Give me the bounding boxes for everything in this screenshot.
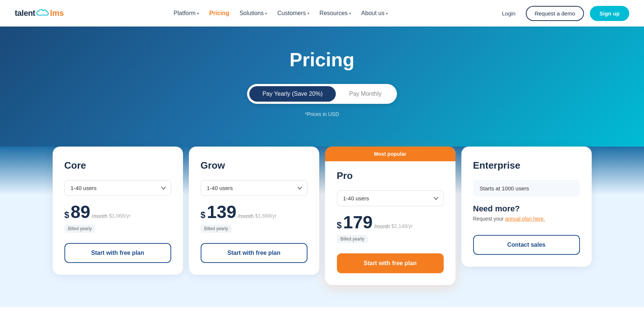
page-title: Pricing <box>15 49 629 71</box>
price-dollar-pro: $ <box>337 220 342 231</box>
price-amount-pro: 179 <box>343 214 373 231</box>
contact-sales-button[interactable]: Contact sales <box>473 235 580 255</box>
price-dollar-grow: $ <box>201 210 205 220</box>
hero-section: Pricing Pay Yearly (Save 20%) Pay Monthl… <box>0 27 644 147</box>
nav-links: Platform ▾ Pricing Solutions ▾ Customers… <box>174 10 388 17</box>
price-dollar-core: $ <box>64 210 69 220</box>
chevron-down-icon: ▾ <box>265 11 267 15</box>
chevron-down-icon: ▾ <box>197 11 199 15</box>
need-more-heading: Need more? <box>473 204 580 214</box>
billed-badge-core: Billed yearly <box>64 225 96 233</box>
price-amount-core: 89 <box>71 203 90 221</box>
plan-name-core: Core <box>64 160 171 171</box>
toggle-monthly-button[interactable]: Pay Monthly <box>336 86 395 102</box>
price-period-pro: /month <box>374 224 390 229</box>
price-row-core: $ 89 /month $1,068/yr <box>64 203 171 221</box>
logo-lms: lms <box>50 8 64 18</box>
nav-solutions[interactable]: Solutions ▾ <box>239 10 267 17</box>
nav-about[interactable]: About us ▾ <box>361 10 388 17</box>
logo-cloud-icon <box>36 8 49 18</box>
billed-badge-grow: Billed yearly <box>201 225 232 233</box>
price-period-core: /month <box>92 213 108 219</box>
price-amount-grow: 139 <box>207 203 236 221</box>
nav-platform[interactable]: Platform ▾ <box>174 10 199 17</box>
plan-name-enterprise: Enterprise <box>473 160 580 171</box>
login-button[interactable]: Login <box>497 7 520 20</box>
pricing-section: Core 1-40 users $ 89 /month $1,068/yr Bi… <box>0 147 644 307</box>
user-select-core[interactable]: 1-40 users <box>64 180 171 196</box>
navbar: talent lms Platform ▾ Pricing Solutions … <box>0 0 644 27</box>
enterprise-users-label: Starts at 1000 users <box>473 180 580 197</box>
plan-enterprise: Enterprise Starts at 1000 users Need mor… <box>461 147 592 267</box>
nav-resources[interactable]: Resources ▾ <box>320 10 351 17</box>
logo-talent: talent <box>15 8 35 18</box>
plan-core: Core 1-40 users $ 89 /month $1,068/yr Bi… <box>53 147 183 275</box>
signup-button[interactable]: Sign up <box>590 6 629 21</box>
user-select-pro[interactable]: 1-40 users <box>337 190 444 206</box>
price-row-pro: $ 179 /month $2,148/yr <box>337 214 444 231</box>
plan-pro: Most popular Pro 1-40 users $ 179 /month… <box>325 147 455 285</box>
start-free-core-button[interactable]: Start with free plan <box>64 243 171 263</box>
price-period-grow: /month <box>238 213 254 219</box>
logo[interactable]: talent lms <box>15 8 64 18</box>
nav-customers[interactable]: Customers ▾ <box>277 10 309 17</box>
billing-toggle: Pay Yearly (Save 20%) Pay Monthly <box>247 84 397 104</box>
price-row-grow: $ 139 /month $1,668/yr <box>201 203 307 221</box>
plan-name-pro: Pro <box>337 170 444 182</box>
user-select-grow[interactable]: 1-40 users <box>201 180 307 196</box>
start-free-pro-button[interactable]: Start with free plan <box>337 253 444 273</box>
price-yearly-pro: $2,148/yr <box>391 223 413 231</box>
toggle-yearly-button[interactable]: Pay Yearly (Save 20%) <box>249 86 336 102</box>
nav-actions: Login Request a demo Sign up <box>497 6 629 21</box>
chevron-down-icon: ▾ <box>386 11 388 15</box>
annual-plan-link[interactable]: annual plan here. <box>505 216 545 222</box>
need-more-sub: Request your annual plan here. <box>473 216 580 222</box>
plan-grow: Grow 1-40 users $ 139 /month $1,668/yr B… <box>189 147 319 275</box>
price-yearly-core: $1,068/yr <box>109 213 130 221</box>
nav-pricing[interactable]: Pricing <box>209 10 229 17</box>
chevron-down-icon: ▾ <box>349 11 351 15</box>
price-note: *Prices in USD <box>15 111 629 117</box>
price-yearly-grow: $1,668/yr <box>255 213 277 221</box>
cards-grid: Core 1-40 users $ 89 /month $1,068/yr Bi… <box>50 147 595 285</box>
start-free-grow-button[interactable]: Start with free plan <box>201 243 307 263</box>
plan-name-grow: Grow <box>201 160 307 171</box>
popular-badge: Most popular <box>325 147 455 161</box>
chevron-down-icon: ▾ <box>307 11 309 15</box>
request-demo-button[interactable]: Request a demo <box>526 6 584 21</box>
billed-badge-pro: Billed yearly <box>337 235 368 243</box>
